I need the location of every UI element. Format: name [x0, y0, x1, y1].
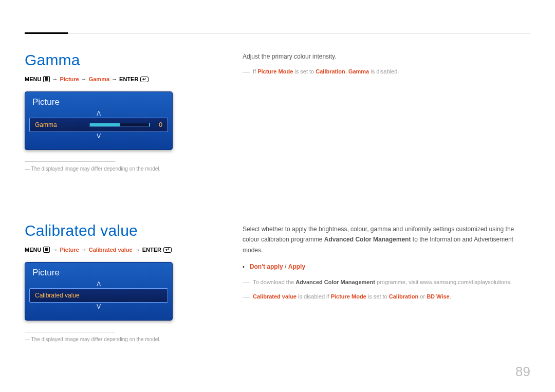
t: is set to — [368, 293, 387, 300]
menu-icon: Ⅲ — [43, 247, 50, 253]
calibrated-footnote-download-text: To download the Advanced Color Managemen… — [253, 277, 512, 287]
enter-icon: ↵ — [163, 247, 172, 253]
t: programme, visit www.samsung.com/display… — [377, 279, 512, 285]
enter-label: ENTER — [119, 76, 138, 82]
t: or — [420, 293, 425, 300]
t: Advanced Color Management — [324, 236, 411, 243]
chevron-down-icon[interactable]: ᐯ — [25, 132, 172, 142]
note-divider — [25, 332, 115, 332]
osd-title: Picture — [25, 263, 172, 280]
arrow-icon: → — [112, 76, 117, 82]
t: Picture Mode — [331, 293, 366, 300]
calibrated-footnote-disabled-text: Calibrated value is disabled if Picture … — [253, 292, 451, 302]
t: is set to — [294, 68, 314, 74]
t: If — [253, 68, 256, 74]
t: To download the — [253, 279, 294, 285]
model-note-text: The displayed image may differ depending… — [31, 337, 161, 342]
enter-label: ENTER — [142, 247, 161, 253]
section-title-gamma: Gamma — [25, 51, 225, 69]
menu-path-picture: Picture — [60, 247, 79, 253]
calibrated-footnote-disabled: ― Calibrated value is disabled if Pictur… — [243, 292, 530, 302]
chevron-up-icon[interactable]: ᐱ — [25, 280, 172, 288]
section-calibrated: Calibrated value MENU Ⅲ → Picture → Cali… — [25, 222, 530, 342]
menu-icon: Ⅲ — [43, 76, 50, 82]
t: / — [285, 263, 286, 270]
osd-padding — [25, 142, 172, 150]
left-column: Gamma MENU Ⅲ → Picture → Gamma → ENTER ↵… — [25, 51, 225, 172]
dash-icon: ― — [243, 293, 250, 302]
gamma-slider-tick — [149, 123, 150, 126]
t: is disabled if — [298, 293, 329, 300]
page-number: 89 — [515, 364, 530, 380]
chevron-down-icon[interactable]: ᐯ — [25, 303, 172, 313]
menu-path-calibrated: MENU Ⅲ → Picture → Calibrated value → EN… — [25, 247, 225, 253]
menu-label: MENU — [25, 247, 41, 253]
gamma-footnote-text: If Picture Mode is set to Calibration, G… — [253, 67, 399, 77]
t: BD Wise — [427, 293, 450, 300]
menu-path-gamma: MENU Ⅲ → Picture → Gamma → ENTER ↵ — [25, 76, 225, 82]
menu-path-calibrated-item: Calibrated value — [89, 247, 133, 253]
gamma-value: 0 — [155, 121, 162, 128]
t: Calibrated value — [253, 293, 297, 300]
top-rule-accent — [25, 32, 68, 34]
section-gamma: Gamma MENU Ⅲ → Picture → Gamma → ENTER ↵… — [25, 51, 530, 172]
t: Calibration — [316, 68, 345, 74]
calibrated-options: • Don't apply / Apply — [243, 262, 530, 272]
menu-label: MENU — [25, 76, 41, 82]
t: Calibration — [389, 293, 418, 300]
model-note-text: The displayed image may differ depending… — [31, 166, 161, 172]
gamma-footnote: ― If Picture Mode is set to Calibration,… — [243, 67, 530, 77]
gamma-description: Adjust the primary colour intensity. — [243, 51, 530, 62]
t: . — [450, 293, 451, 300]
bullet-icon: • — [243, 262, 245, 272]
dash-icon: ― — [243, 68, 250, 77]
section-title-calibrated: Calibrated value — [25, 222, 225, 239]
calibrated-description: Select whether to apply the brightness, … — [243, 224, 530, 255]
osd-panel-gamma: Picture ᐱ Gamma 0 ᐯ — [25, 91, 173, 150]
left-column: Calibrated value MENU Ⅲ → Picture → Cali… — [25, 222, 225, 342]
osd-row-calibrated[interactable]: Calibrated value — [29, 288, 168, 303]
calibrated-footnote-download: ― To download the Advanced Color Managem… — [243, 277, 530, 287]
gamma-slider[interactable] — [89, 123, 150, 127]
menu-path-gamma-item: Gamma — [89, 76, 109, 82]
t: Picture Mode — [257, 68, 293, 74]
gamma-slider-fill — [90, 123, 120, 126]
model-note: ― The displayed image may differ dependi… — [25, 337, 225, 342]
top-rule — [25, 33, 530, 33]
right-column-calibrated: Select whether to apply the brightness, … — [243, 222, 530, 342]
t: , — [345, 68, 347, 74]
option-apply: Apply — [288, 263, 305, 270]
osd-padding — [25, 313, 172, 320]
right-column-gamma: Adjust the primary colour intensity. ― I… — [243, 51, 530, 172]
note-divider — [25, 161, 115, 162]
t: Advanced Color Management — [295, 279, 375, 285]
menu-path-picture: Picture — [60, 76, 79, 82]
t: is disabled. — [371, 68, 399, 74]
enter-icon: ↵ — [140, 77, 149, 82]
arrow-icon: → — [81, 247, 87, 253]
arrow-icon: → — [81, 76, 87, 82]
osd-title: Picture — [25, 92, 172, 109]
section-gap — [25, 172, 530, 201]
option-dont-apply: Don't apply — [250, 263, 283, 270]
model-note: ― The displayed image may differ dependi… — [25, 166, 225, 172]
dash-icon: ― — [243, 278, 250, 287]
osd-row-label: Gamma — [35, 121, 84, 128]
chevron-up-icon[interactable]: ᐱ — [25, 109, 172, 118]
calibrated-options-values: Don't apply / Apply — [250, 262, 305, 272]
arrow-icon: → — [135, 247, 140, 253]
manual-page: Gamma MENU Ⅲ → Picture → Gamma → ENTER ↵… — [0, 0, 555, 392]
osd-panel-calibrated: Picture ᐱ Calibrated value ᐯ — [25, 262, 173, 321]
t: Gamma — [348, 68, 369, 74]
osd-row-gamma[interactable]: Gamma 0 — [29, 118, 168, 132]
arrow-icon: → — [52, 76, 58, 82]
arrow-icon: → — [52, 247, 58, 253]
